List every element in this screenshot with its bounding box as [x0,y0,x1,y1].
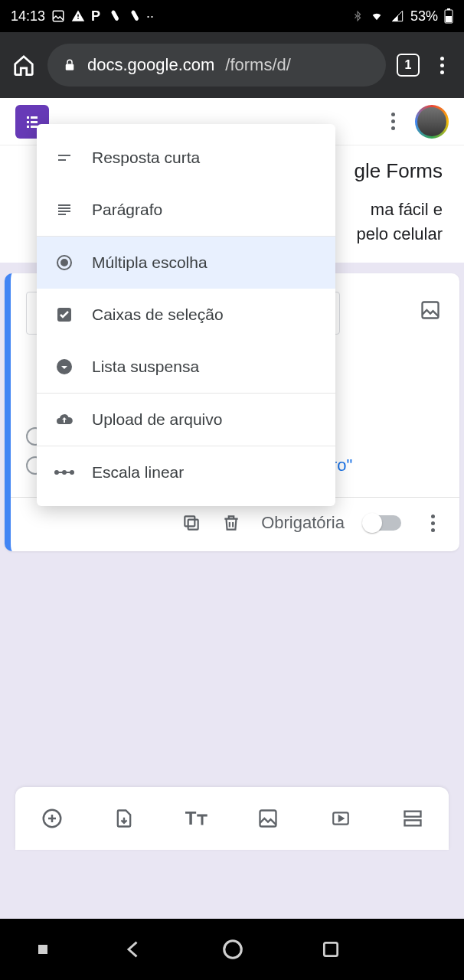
svg-rect-7 [27,121,29,123]
forms-add-toolbar: Tᴛ [15,787,449,850]
dd-label: Lista suspensa [92,358,199,376]
add-section-button[interactable] [402,808,423,829]
url-path: /forms/d/ [225,55,291,75]
add-video-button[interactable] [329,808,352,828]
nav-recent-button[interactable] [321,939,341,959]
dropdown-item-multiple-choice[interactable]: Múltipla escolha [37,237,335,289]
android-navbar [0,919,464,980]
required-label: Obrigatória [261,513,345,533]
url-host: docs.google.com [87,55,214,75]
cloud-upload-icon [54,409,75,430]
svg-rect-9 [27,126,29,128]
battery-icon [444,8,453,24]
warning-icon [71,9,85,23]
wifi-icon [369,10,384,22]
dropdown-icon [54,356,75,377]
svg-rect-4 [66,64,74,70]
dd-label: Parágrafo [92,201,162,219]
avast-icon-1 [106,9,120,23]
forms-menu-button[interactable] [381,113,404,130]
question-menu-button[interactable] [421,514,444,532]
linear-scale-icon [54,462,75,483]
svg-point-28 [224,941,242,959]
svg-rect-6 [31,116,38,119]
svg-rect-13 [185,516,194,526]
more-dots-icon: ·· [146,8,154,24]
chrome-toolbar: docs.google.com/forms/d/ 1 [0,32,464,98]
signal-icon [390,10,404,22]
svg-rect-15 [260,811,276,827]
import-questions-button[interactable] [113,808,135,829]
dd-label: Upload de arquivo [92,410,222,429]
dropdown-item-dropdown[interactable]: Lista suspensa [37,341,335,393]
add-image-button[interactable] [420,299,441,321]
svg-rect-26 [57,472,72,473]
dropdown-item-checkboxes[interactable]: Caixas de seleção [37,289,335,341]
android-statusbar: 14:13 P ·· 53% [0,0,464,32]
status-time: 14:13 [11,8,45,24]
svg-rect-3 [446,16,452,22]
tabs-button[interactable]: 1 [397,54,420,77]
dropdown-item-paragraph[interactable]: Parágrafo [37,184,335,236]
svg-rect-29 [324,942,337,956]
svg-rect-12 [188,520,198,530]
dd-label: Caixas de seleção [92,305,224,324]
status-battery-pct: 53% [410,8,438,24]
home-button[interactable] [11,52,37,78]
dd-label: Escala linear [92,463,184,482]
add-image-button[interactable] [257,808,279,829]
add-question-button[interactable] [41,807,64,830]
bluetooth-icon [352,9,363,23]
dropdown-item-short-answer[interactable]: Resposta curta [37,132,335,184]
account-avatar[interactable] [415,105,449,139]
dropdown-item-linear-scale[interactable]: Escala linear [37,446,335,498]
dd-label: Resposta curta [92,149,200,167]
question-type-dropdown: Resposta curta Parágrafo Múltipla escolh… [37,124,335,506]
svg-rect-5 [27,116,29,119]
nav-home-button[interactable] [221,938,244,961]
short-answer-icon [54,147,75,168]
radio-icon [54,252,75,273]
paragraph-icon [54,199,75,220]
image-icon [51,9,65,23]
nav-back-button[interactable] [123,939,145,960]
url-bar[interactable]: docs.google.com/forms/d/ [47,44,386,87]
chrome-menu-button[interactable] [430,57,453,74]
dropdown-item-file-upload[interactable]: Upload de arquivo [37,394,335,446]
svg-rect-18 [405,820,421,825]
svg-rect-17 [405,812,421,817]
svg-rect-0 [53,11,64,21]
avast-icon-2 [126,9,140,23]
checkbox-icon [54,304,75,325]
duplicate-button[interactable] [181,513,201,533]
svg-rect-27 [38,945,47,954]
delete-button[interactable] [221,513,241,533]
required-toggle[interactable] [364,515,401,531]
dd-label: Múltipla escolha [92,253,207,272]
svg-point-20 [61,260,67,266]
nav-recent-small[interactable] [38,945,47,954]
svg-rect-11 [423,302,439,318]
svg-rect-8 [31,121,38,123]
p-icon: P [91,8,100,24]
lock-icon [63,57,77,73]
svg-rect-2 [447,8,450,10]
add-title-button[interactable]: Tᴛ [185,808,207,829]
